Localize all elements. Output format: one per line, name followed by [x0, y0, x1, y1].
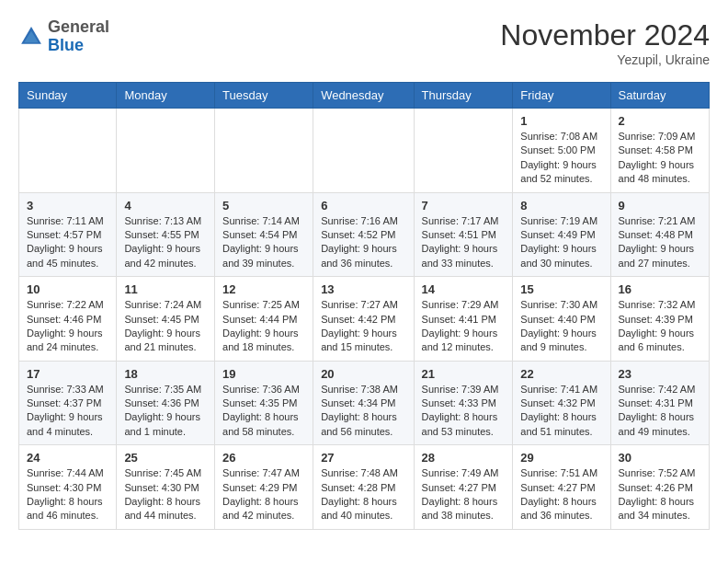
day-number: 28 [422, 451, 506, 465]
calendar-cell: 27Sunrise: 7:48 AMSunset: 4:28 PMDayligh… [313, 445, 414, 530]
day-info: Sunrise: 7:14 AM [222, 214, 305, 228]
logo-icon [18, 24, 44, 50]
day-info: Sunset: 4:42 PM [321, 313, 405, 327]
calendar-cell: 3Sunrise: 7:11 AMSunset: 4:57 PMDaylight… [19, 192, 117, 277]
day-number: 26 [222, 451, 305, 465]
day-info: Daylight: 8 hours and 38 minutes. [422, 495, 506, 523]
day-number: 10 [27, 282, 108, 296]
day-info: Sunrise: 7:36 AM [222, 383, 305, 396]
calendar-cell: 19Sunrise: 7:36 AMSunset: 4:35 PMDayligh… [215, 361, 313, 445]
day-number: 6 [321, 199, 405, 213]
day-info: Daylight: 8 hours and 34 minutes. [619, 495, 701, 523]
day-number: 14 [422, 282, 506, 296]
day-number: 3 [27, 199, 108, 213]
day-info: Daylight: 8 hours and 56 minutes. [321, 410, 405, 439]
day-info: Sunrise: 7:42 AM [619, 383, 701, 396]
day-info: Sunrise: 7:30 AM [520, 298, 602, 312]
calendar-cell: 21Sunrise: 7:39 AMSunset: 4:33 PMDayligh… [414, 361, 513, 445]
day-info: Sunset: 4:26 PM [619, 481, 701, 495]
day-number: 21 [422, 367, 506, 381]
day-info: Sunset: 4:35 PM [222, 396, 305, 410]
day-info: Sunset: 4:37 PM [27, 396, 108, 410]
calendar-cell: 12Sunrise: 7:25 AMSunset: 4:44 PMDayligh… [215, 277, 313, 362]
day-info: Daylight: 8 hours and 36 minutes. [520, 495, 602, 523]
day-info: Sunrise: 7:39 AM [422, 383, 506, 396]
day-info: Sunrise: 7:16 AM [321, 214, 405, 228]
day-info: Sunrise: 7:45 AM [124, 466, 207, 480]
day-info: Daylight: 9 hours and 4 minutes. [27, 410, 108, 439]
day-number: 4 [124, 199, 207, 213]
day-info: Daylight: 9 hours and 36 minutes. [321, 242, 405, 270]
day-info: Sunrise: 7:51 AM [520, 466, 602, 480]
day-info: Daylight: 9 hours and 24 minutes. [27, 327, 108, 355]
day-info: Sunrise: 7:21 AM [619, 214, 701, 228]
day-info: Sunset: 4:48 PM [619, 228, 701, 242]
day-info: Daylight: 9 hours and 45 minutes. [27, 242, 108, 270]
logo: General Blue [18, 18, 109, 55]
calendar-cell: 15Sunrise: 7:30 AMSunset: 4:40 PMDayligh… [513, 277, 610, 362]
day-info: Daylight: 9 hours and 15 minutes. [321, 327, 405, 355]
day-number: 27 [321, 451, 405, 465]
calendar-cell: 7Sunrise: 7:17 AMSunset: 4:51 PMDaylight… [414, 192, 513, 277]
day-number: 8 [520, 199, 602, 213]
day-number: 2 [619, 114, 701, 128]
col-header-sunday: Sunday [19, 83, 117, 109]
calendar-week-row: 3Sunrise: 7:11 AMSunset: 4:57 PMDaylight… [19, 192, 710, 277]
day-number: 12 [222, 282, 305, 296]
day-info: Sunrise: 7:38 AM [321, 383, 405, 396]
calendar-table: SundayMondayTuesdayWednesdayThursdayFrid… [18, 82, 710, 530]
day-info: Sunrise: 7:52 AM [619, 466, 701, 480]
day-info: Daylight: 9 hours and 27 minutes. [619, 242, 701, 270]
calendar-cell: 20Sunrise: 7:38 AMSunset: 4:34 PMDayligh… [313, 361, 414, 445]
day-number: 11 [124, 282, 207, 296]
calendar-cell: 26Sunrise: 7:47 AMSunset: 4:29 PMDayligh… [215, 445, 313, 530]
calendar-cell: 4Sunrise: 7:13 AMSunset: 4:55 PMDaylight… [117, 192, 215, 277]
col-header-monday: Monday [117, 83, 215, 109]
day-info: Sunset: 4:55 PM [124, 228, 207, 242]
month-title: November 2024 [500, 18, 710, 52]
calendar-cell: 23Sunrise: 7:42 AMSunset: 4:31 PMDayligh… [610, 361, 709, 445]
calendar-cell: 13Sunrise: 7:27 AMSunset: 4:42 PMDayligh… [313, 277, 414, 362]
day-number: 5 [222, 199, 305, 213]
calendar-cell: 29Sunrise: 7:51 AMSunset: 4:27 PMDayligh… [513, 445, 610, 530]
calendar-cell: 6Sunrise: 7:16 AMSunset: 4:52 PMDaylight… [313, 192, 414, 277]
day-info: Sunset: 4:29 PM [222, 481, 305, 495]
day-info: Daylight: 8 hours and 58 minutes. [222, 410, 305, 439]
calendar-cell: 16Sunrise: 7:32 AMSunset: 4:39 PMDayligh… [610, 277, 709, 362]
day-info: Daylight: 9 hours and 12 minutes. [422, 327, 506, 355]
calendar-cell: 1Sunrise: 7:08 AMSunset: 5:00 PMDaylight… [513, 109, 610, 193]
day-info: Daylight: 9 hours and 39 minutes. [222, 242, 305, 270]
day-info: Daylight: 9 hours and 48 minutes. [619, 158, 701, 187]
day-info: Sunset: 4:46 PM [27, 313, 108, 327]
day-number: 7 [422, 199, 506, 213]
col-header-wednesday: Wednesday [313, 83, 414, 109]
day-info: Daylight: 9 hours and 30 minutes. [520, 242, 602, 270]
day-info: Daylight: 9 hours and 9 minutes. [520, 327, 602, 355]
day-info: Sunrise: 7:22 AM [27, 298, 108, 312]
day-info: Sunset: 4:31 PM [619, 396, 701, 410]
calendar-cell: 30Sunrise: 7:52 AMSunset: 4:26 PMDayligh… [610, 445, 709, 530]
day-info: Sunset: 4:51 PM [422, 228, 506, 242]
day-info: Daylight: 8 hours and 53 minutes. [422, 410, 506, 439]
day-number: 19 [222, 367, 305, 381]
day-info: Sunrise: 7:09 AM [619, 130, 701, 144]
calendar-cell [215, 109, 313, 193]
day-info: Sunset: 5:00 PM [520, 144, 602, 157]
calendar-cell: 28Sunrise: 7:49 AMSunset: 4:27 PMDayligh… [414, 445, 513, 530]
day-number: 25 [124, 451, 207, 465]
day-number: 30 [619, 451, 701, 465]
calendar-week-row: 24Sunrise: 7:44 AMSunset: 4:30 PMDayligh… [19, 445, 710, 530]
day-info: Sunset: 4:52 PM [321, 228, 405, 242]
day-info: Sunset: 4:41 PM [422, 313, 506, 327]
day-number: 22 [520, 367, 602, 381]
day-info: Sunrise: 7:17 AM [422, 214, 506, 228]
day-info: Sunset: 4:36 PM [124, 396, 207, 410]
calendar-cell: 10Sunrise: 7:22 AMSunset: 4:46 PMDayligh… [19, 277, 117, 362]
calendar-week-row: 17Sunrise: 7:33 AMSunset: 4:37 PMDayligh… [19, 361, 710, 445]
day-info: Sunrise: 7:48 AM [321, 466, 405, 480]
day-info: Sunset: 4:54 PM [222, 228, 305, 242]
day-info: Daylight: 8 hours and 42 minutes. [222, 495, 305, 523]
day-number: 16 [619, 282, 701, 296]
day-info: Daylight: 8 hours and 51 minutes. [520, 410, 602, 439]
day-info: Sunset: 4:30 PM [27, 481, 108, 495]
